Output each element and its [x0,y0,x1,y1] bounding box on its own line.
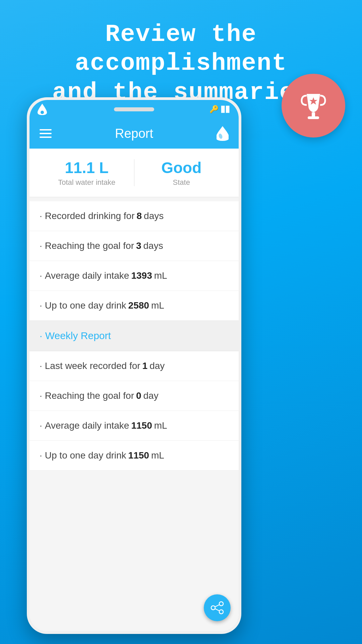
nav-title: Report [115,126,153,141]
stat-row-average: · Average daily intake 1393 mL [29,261,239,291]
stat-text: Last week recorded for [45,361,140,371]
stat-unit: mL [151,450,164,461]
stat-unit: day [143,390,159,401]
app-icon [38,104,47,115]
stat-unit: days [143,240,163,251]
stat-text: Average daily intake [45,420,129,431]
bullet: · [40,270,42,281]
phone-inner: 🔑 ▊▊ Report 11.1 L Total wate [29,100,239,631]
bullet: · [40,361,42,371]
stat-bold: 3 [136,240,141,251]
svg-point-6 [219,610,223,614]
svg-rect-1 [308,116,319,119]
svg-line-8 [215,609,219,611]
content-area: 11.1 L Total water intake Good State · R… [29,149,239,631]
status-bar-icons: 🔑 ▊▊ [209,105,231,114]
stat-row-recorded: · Recorded drinking for 8 days [29,201,239,231]
svg-line-7 [215,605,219,607]
stat-unit: mL [151,300,164,311]
stat-text: Up to one day drink [45,300,126,311]
stat-unit: mL [154,270,167,281]
stat-bold: 8 [136,211,142,221]
key-icon: 🔑 [209,105,219,114]
stat-text: Up to one day drink [45,450,126,461]
stat-bold: 0 [136,390,141,401]
nav-bar: Report [29,118,239,149]
trophy-icon [297,89,330,122]
bullet: · [40,390,42,401]
stat-unit: day [149,361,165,371]
weekly-stat-average: · Average daily intake 1150 mL [29,411,239,441]
share-fab-button[interactable] [204,594,231,621]
bullet: · [40,420,42,431]
stat-text: Reaching the goal for [45,390,134,401]
stat-bold: 1150 [131,420,152,431]
svg-point-4 [219,602,223,606]
state-value: Good [134,159,229,177]
water-intake-value: 11.1 L [40,159,134,177]
stat-text: Recorded drinking for [45,211,135,221]
trophy-badge [282,74,345,138]
stat-row-max: · Up to one day drink 2580 mL [29,291,239,321]
signal-icon: ▊▊ [221,106,231,113]
water-icon[interactable] [217,126,229,141]
bullet: · [40,211,42,221]
stat-bold: 1150 [128,450,149,461]
stat-text: Average daily intake [45,270,129,281]
svg-point-5 [211,606,215,610]
status-bar-left [38,104,47,115]
menu-button[interactable] [40,129,52,138]
water-intake-summary: 11.1 L Total water intake [40,159,134,187]
weekly-stat-recorded: · Last week recorded for 1 day [29,351,239,381]
stat-row-goal: · Reaching the goal for 3 days [29,231,239,261]
svg-point-2 [41,111,44,114]
svg-rect-0 [312,112,315,116]
speaker-notch [114,107,154,111]
stat-bold: 1393 [131,270,152,281]
stat-text: Reaching the goal for [45,240,134,251]
water-intake-label: Total water intake [40,178,134,187]
bullet: · [40,240,42,251]
share-icon [210,601,224,614]
stats-list: · Recorded drinking for 8 days · Reachin… [29,201,239,321]
bullet: · [40,300,42,311]
weekly-section-header: · Weekly Report [29,321,239,351]
stat-bold: 1 [142,361,148,371]
bullet: · [40,450,42,461]
stat-bold: 2580 [128,300,149,311]
phone-frame: 🔑 ▊▊ Report 11.1 L Total wate [27,97,241,634]
weekly-report-label: · Weekly Report [40,330,111,341]
summary-card: 11.1 L Total water intake Good State [29,149,239,197]
weekly-stat-max: · Up to one day drink 1150 mL [29,441,239,471]
weekly-stat-goal: · Reaching the goal for 0 day [29,381,239,411]
stat-unit: days [144,211,164,221]
weekly-stats-list: · Last week recorded for 1 day · Reachin… [29,351,239,471]
state-label: State [134,178,229,187]
state-summary: Good State [134,159,229,187]
stat-unit: mL [154,420,167,431]
